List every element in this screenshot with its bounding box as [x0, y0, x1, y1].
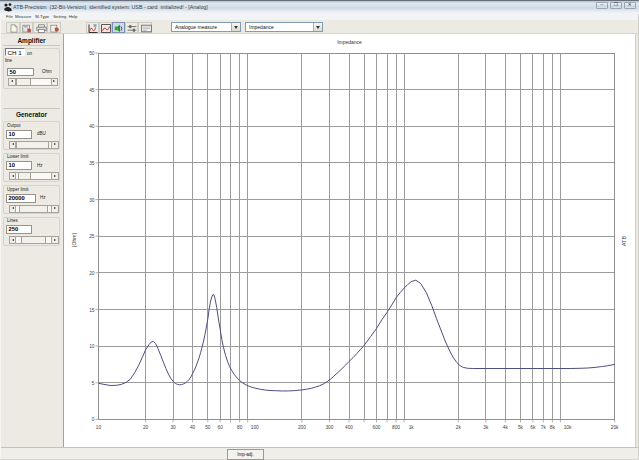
svg-text:200: 200 — [298, 425, 306, 430]
svg-text:2k: 2k — [456, 425, 462, 430]
svg-text:15: 15 — [89, 308, 95, 313]
svg-text:4k: 4k — [503, 425, 509, 430]
svg-text:100: 100 — [251, 425, 259, 430]
svg-text:40: 40 — [89, 124, 95, 129]
svg-text:8k: 8k — [550, 425, 556, 430]
svg-text:35: 35 — [89, 161, 95, 166]
svg-text:40: 40 — [190, 425, 196, 430]
svg-text:800: 800 — [392, 425, 400, 430]
svg-text:Impedance: Impedance — [337, 39, 362, 45]
svg-text:20: 20 — [89, 271, 95, 276]
svg-text:ATB: ATB — [621, 236, 627, 247]
svg-text:M: M — [94, 24, 97, 28]
svg-text:20: 20 — [143, 425, 149, 430]
svg-text:45: 45 — [89, 88, 95, 93]
svg-text:60: 60 — [218, 425, 224, 430]
svg-text:10: 10 — [89, 344, 95, 349]
svg-text:0: 0 — [92, 417, 95, 422]
svg-text:25: 25 — [89, 234, 95, 239]
svg-text:7k: 7k — [541, 425, 547, 430]
svg-text:600: 600 — [372, 425, 380, 430]
svg-text:30: 30 — [170, 425, 176, 430]
svg-text:300: 300 — [325, 425, 333, 430]
svg-text:10: 10 — [96, 425, 102, 430]
svg-text:50: 50 — [89, 51, 95, 56]
svg-text:10k: 10k — [564, 425, 572, 430]
svg-text:5: 5 — [92, 381, 95, 386]
svg-text:6k: 6k — [530, 425, 536, 430]
svg-text:5k: 5k — [518, 425, 524, 430]
svg-text:3k: 3k — [483, 425, 489, 430]
svg-text:1k: 1k — [409, 425, 415, 430]
svg-text:20k: 20k — [611, 425, 619, 430]
svg-text:400: 400 — [345, 425, 353, 430]
svg-text:80: 80 — [237, 425, 243, 430]
svg-text:50: 50 — [205, 425, 211, 430]
svg-text:[Ohm]: [Ohm] — [71, 233, 77, 247]
svg-text:30: 30 — [89, 198, 95, 203]
